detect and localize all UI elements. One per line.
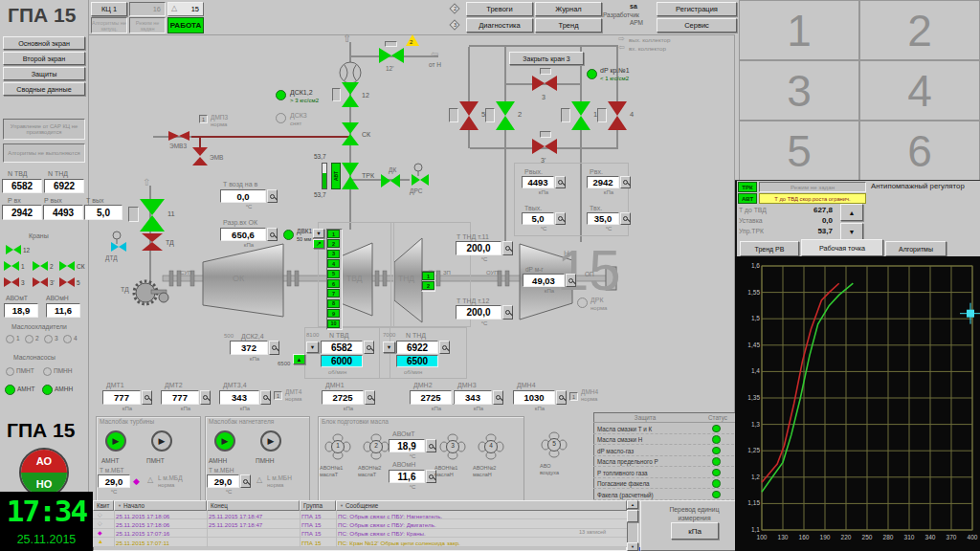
- ttnd11-value-magnifier-icon[interactable]: [502, 241, 513, 255]
- ttnd12-value[interactable]: 200,0: [456, 305, 501, 320]
- setpoint-down-button[interactable]: ▼: [840, 223, 863, 240]
- pmnn-pump-icon[interactable]: ▶: [260, 430, 281, 452]
- dpmg-value-magnifier-icon[interactable]: [566, 274, 576, 287]
- avomt-value[interactable]: 18,9: [4, 303, 38, 318]
- valve-emv3-valve-icon[interactable]: [168, 131, 189, 142]
- log-header-4[interactable]: ▼Сообщение: [336, 500, 627, 511]
- amnt-pump-icon[interactable]: ▶: [105, 430, 126, 452]
- tab-algorithms[interactable]: Алгоритмы: [885, 241, 947, 256]
- dsk24-value-magnifier-icon[interactable]: [269, 341, 279, 355]
- tvd-stage-4[interactable]: 4: [327, 259, 340, 268]
- tab-trend-rv[interactable]: Тренд РВ: [740, 241, 799, 256]
- ttnd11-value[interactable]: 200,0: [456, 241, 501, 255]
- ttnd12-value-magnifier-icon[interactable]: [502, 305, 513, 320]
- valve-emv-valve-icon[interactable]: [192, 147, 208, 165]
- tvd-stage-8[interactable]: 8: [327, 299, 340, 308]
- log-header-2[interactable]: Конец: [207, 500, 300, 511]
- valve-5-valve-icon[interactable]: [459, 101, 479, 130]
- setpoint-up-button[interactable]: ▲: [840, 204, 863, 221]
- screen-cell-6[interactable]: 6: [859, 121, 980, 181]
- log-header-0[interactable]: Квит: [93, 500, 114, 511]
- log-header-1[interactable]: ▼Начало: [114, 500, 207, 511]
- amnn-pump-icon[interactable]: ▶: [214, 430, 235, 452]
- dmn2-value[interactable]: 2725: [410, 390, 452, 405]
- tvd-stage-7[interactable]: 7: [327, 289, 340, 298]
- valve-dk-valve-icon[interactable]: [381, 174, 400, 187]
- sidebar-valve-1-valve-icon[interactable]: [4, 261, 19, 272]
- tin-value[interactable]: 35,0: [587, 212, 619, 225]
- tvozd-value[interactable]: 0,0: [220, 189, 266, 203]
- pout-value[interactable]: 4493: [43, 205, 83, 220]
- diag-priority-icon[interactable]: 3: [448, 18, 462, 33]
- oil-t2-value[interactable]: 29,0: [207, 474, 239, 488]
- tvd-stage-6[interactable]: 6: [327, 279, 340, 288]
- valve-dtd-valve-icon[interactable]: [111, 242, 126, 253]
- tout-value[interactable]: 5,0: [84, 205, 122, 220]
- pin-value[interactable]: 2942: [587, 176, 619, 188]
- razr-value[interactable]: 650,6: [220, 228, 266, 241]
- sidebar-nav-0[interactable]: Основной экран: [3, 36, 85, 50]
- valve-trk-valve-icon[interactable]: [342, 163, 359, 189]
- ntnd-setpoint[interactable]: 6500: [396, 355, 438, 367]
- tvd-dropdown-button[interactable]: ▼: [313, 229, 324, 238]
- sidebar-valve-12-valve-icon[interactable]: [6, 245, 21, 255]
- oil-t-value[interactable]: 29,0: [98, 474, 130, 488]
- dmn3-value[interactable]: 343: [454, 390, 492, 405]
- service-button[interactable]: Сервис: [657, 18, 737, 33]
- scroll-up-button[interactable]: ▲: [627, 500, 638, 509]
- dsk24-value[interactable]: 372: [230, 341, 268, 355]
- pout-value[interactable]: 4493: [522, 176, 554, 188]
- screen-cell-3[interactable]: 3: [739, 60, 859, 121]
- ntvd-setpoint[interactable]: 6000: [321, 355, 363, 367]
- valve-12p-valve-icon[interactable]: [379, 48, 404, 63]
- sidebar-nav-3[interactable]: Сводные данные: [3, 82, 85, 96]
- sidebar-valve-2-valve-icon[interactable]: [33, 261, 48, 272]
- tvd-stage-9[interactable]: 9: [327, 309, 340, 318]
- journal-button[interactable]: Журнал: [535, 2, 602, 16]
- log-header-3[interactable]: Группа: [300, 500, 336, 511]
- valve-1-valve-icon[interactable]: [571, 101, 590, 130]
- dmt34-value-magnifier-icon[interactable]: [260, 390, 271, 405]
- units-kpa-button[interactable]: кПа: [671, 522, 719, 540]
- trend-button[interactable]: Тренд: [535, 18, 602, 33]
- avomn-value[interactable]: 11,6: [46, 303, 80, 318]
- valve-12-valve-icon[interactable]: [342, 82, 359, 107]
- trend-plot[interactable]: 1001301601902202502803103403704001,11,15…: [735, 256, 980, 551]
- tvozd-value-magnifier-icon[interactable]: [267, 189, 278, 203]
- sidebar-nav-1[interactable]: Второй экран: [3, 52, 85, 65]
- dmn1-value-magnifier-icon[interactable]: [365, 390, 375, 405]
- valve-3p-valve-icon[interactable]: [532, 139, 557, 155]
- tvd-stage-2[interactable]: 2: [327, 239, 340, 248]
- screen-cell-4[interactable]: 4: [859, 60, 980, 121]
- tout-value-magnifier-icon[interactable]: [555, 212, 566, 225]
- registration-button[interactable]: Регистрация: [657, 2, 737, 16]
- tvd-stage-1[interactable]: 1: [327, 230, 340, 238]
- dmn4-value[interactable]: 1030: [513, 390, 555, 405]
- screen-cell-1[interactable]: 1: [739, 0, 859, 60]
- pmnt-pump-icon[interactable]: ▶: [151, 430, 172, 452]
- sidebar-valve-СК-valve-icon[interactable]: [59, 261, 75, 272]
- ntvd-dropdown-button[interactable]: ▼: [306, 342, 319, 353]
- diagnostics-button[interactable]: Диагностика: [466, 18, 533, 33]
- sidebar-valve-3'-valve-icon[interactable]: [33, 277, 48, 288]
- valve-sk-valve-icon[interactable]: [342, 122, 359, 145]
- dmn1-value[interactable]: 2725: [322, 390, 364, 405]
- razr-value-magnifier-icon[interactable]: [267, 228, 278, 241]
- dmt1-value-magnifier-icon[interactable]: [142, 390, 152, 405]
- dmt2-value-magnifier-icon[interactable]: [200, 390, 211, 405]
- avomn2-value[interactable]: 11,6: [389, 470, 425, 483]
- ntnd-value[interactable]: 6922: [44, 179, 84, 193]
- valve-td-valve-icon[interactable]: [142, 233, 163, 251]
- valve-drs-valve-icon[interactable]: [412, 174, 429, 186]
- sidebar-valve-5-valve-icon[interactable]: [59, 277, 75, 288]
- tvd-stage-3[interactable]: 3: [327, 250, 340, 258]
- tvd-diag-button[interactable]: ↗: [313, 239, 324, 249]
- ntnd-value[interactable]: 6922: [396, 341, 438, 354]
- oil-t2-value-magnifier-icon[interactable]: [240, 474, 251, 488]
- avomt2-value-magnifier-icon[interactable]: [426, 439, 436, 452]
- valve-11-valve-icon[interactable]: [140, 199, 165, 231]
- alarm-priority-icon[interactable]: 2: [448, 2, 462, 16]
- pout-value-magnifier-icon[interactable]: [555, 176, 566, 188]
- tin-value-magnifier-icon[interactable]: [620, 212, 631, 225]
- pin-value-magnifier-icon[interactable]: [620, 176, 631, 188]
